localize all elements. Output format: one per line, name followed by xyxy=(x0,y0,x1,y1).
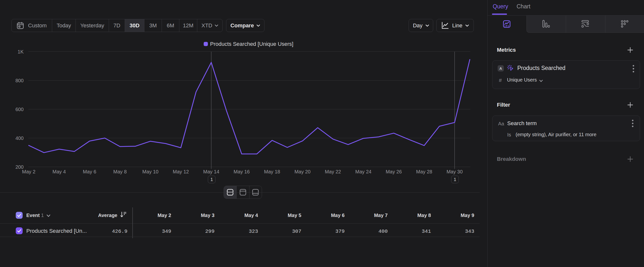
svg-text:May 26: May 26 xyxy=(386,169,402,174)
svg-text:May 10: May 10 xyxy=(142,169,159,174)
svg-text:May 22: May 22 xyxy=(325,169,341,174)
svg-text:800: 800 xyxy=(16,78,24,83)
svg-text:600: 600 xyxy=(16,107,24,112)
svg-text:May 14: May 14 xyxy=(203,169,220,174)
svg-text:May 28: May 28 xyxy=(416,169,432,174)
svg-text:May 4: May 4 xyxy=(52,169,66,174)
svg-text:May 24: May 24 xyxy=(355,169,372,174)
svg-text:1K: 1K xyxy=(18,49,24,55)
svg-text:May 2: May 2 xyxy=(22,169,36,174)
svg-text:May 18: May 18 xyxy=(264,169,280,174)
svg-text:May 6: May 6 xyxy=(83,169,96,174)
svg-text:May 12: May 12 xyxy=(173,169,189,174)
svg-text:May 30: May 30 xyxy=(446,169,463,174)
svg-text:May 20: May 20 xyxy=(294,169,311,174)
svg-text:May 16: May 16 xyxy=(234,169,250,174)
svg-text:400: 400 xyxy=(16,135,24,141)
svg-text:May 8: May 8 xyxy=(114,169,127,174)
